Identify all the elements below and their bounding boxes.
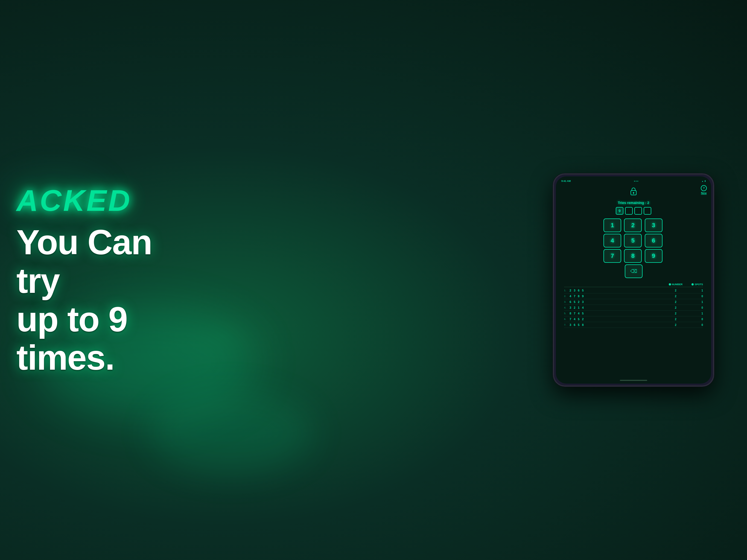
tries-remaining: Tries remaining : 2 [618,201,649,205]
number-col-label: NUMBER [672,283,683,286]
tablet-screen: 9:41 AM ▲ ▮ ? New [556,176,711,384]
tablet-wrapper: 9:41 AM ▲ ▮ ? New [553,173,714,387]
code-slot-4 [644,207,651,215]
heading-line2: up to 9 times. [17,300,127,377]
key-7[interactable]: 7 [603,249,621,263]
code-slot-2 [625,207,633,215]
keypad: 1 2 3 4 5 6 7 8 9 [603,219,664,263]
history-section: NUMBER SPOTS 1. 2 3 6 5 2 1 [561,282,706,328]
dot-1 [634,181,635,182]
row-num-5: 5. [564,312,570,315]
key-5[interactable]: 5 [624,234,642,248]
left-content: ACKED You Can try up to 9 times. [17,183,175,377]
dot-3 [637,181,638,182]
code-slots: 9 [616,207,651,215]
status-bar: 9:41 AM ▲ ▮ [556,176,711,184]
status-dots [634,181,638,182]
row-guess-7: 3 6 5 8 [570,323,665,327]
row-spots-1: 1 [687,289,703,292]
row-spots-4: 0 [687,306,703,309]
key-6[interactable]: 6 [645,234,663,248]
row-guess-5: 8 7 4 5 [570,312,665,315]
battery-icon: ▮ [705,180,706,182]
row-spots-3: 1 [687,301,703,304]
key-3[interactable]: 3 [645,219,663,232]
key-4[interactable]: 4 [603,234,621,248]
spots-col-label: SPOTS [695,283,703,286]
hacked-label: ACKED [17,183,175,218]
row-number-3: 2 [665,301,687,304]
row-guess-3: 6 5 2 3 [570,300,665,304]
history-row: 6. 7 4 5 2 2 0 [564,316,703,322]
help-icon[interactable]: ? [701,185,707,191]
th-spots: SPOTS [687,283,703,286]
new-button[interactable]: ? New [701,185,707,195]
row-number-4: 2 [665,306,687,309]
history-row: 4. 3 2 1 4 2 0 [564,305,703,311]
key-1[interactable]: 1 [603,219,621,232]
status-time: 9:41 AM [561,180,571,182]
row-num-1: 1. [564,289,570,292]
row-guess-4: 3 2 1 4 [570,306,665,309]
row-spots-7: 0 [687,324,703,327]
row-num-7: 7. [564,324,570,326]
key-2[interactable]: 2 [624,219,642,232]
key-8[interactable]: 8 [624,249,642,263]
delete-row: ⌫ [625,264,643,278]
history-row: 7. 3 6 5 8 2 0 [564,322,703,328]
code-slot-1: 9 [616,207,623,215]
row-number-5: 2 [665,312,687,315]
row-spots-2: 0 [687,295,703,298]
row-guess-1: 2 3 6 5 [570,289,665,292]
row-number-6: 2 [665,318,687,321]
key-9[interactable]: 9 [645,249,663,263]
heading-line1: You Can try [17,223,152,300]
new-button-label[interactable]: New [701,192,707,195]
svg-point-1 [633,192,634,194]
row-guess-2: 4 7 8 9 [570,295,665,298]
history-row: 1. 2 3 6 5 2 1 [564,288,703,294]
delete-button[interactable]: ⌫ [625,264,643,278]
status-icons: ▲ ▮ [702,180,706,182]
lock-area [630,187,637,199]
number-col-icon [669,283,671,285]
row-num-4: 4. [564,306,570,309]
th-number: NUMBER [665,283,687,286]
lock-icon [630,187,637,198]
main-heading: You Can try up to 9 times. [17,223,175,377]
row-guess-6: 7 4 5 2 [570,317,665,321]
table-header: NUMBER SPOTS [564,282,703,287]
row-num-3: 3. [564,301,570,303]
spots-col-icon [692,283,694,285]
history-row: 2. 4 7 8 9 2 0 [564,294,703,299]
code-slot-3 [634,207,642,215]
history-row: 5. 8 7 4 5 2 1 [564,311,703,316]
wifi-icon: ▲ [702,180,703,182]
row-spots-6: 0 [687,318,703,321]
row-number-7: 2 [665,324,687,327]
row-spots-5: 1 [687,312,703,315]
dot-2 [636,181,637,182]
tablet-home-indicator [620,380,647,381]
row-num-6: 6. [564,318,570,321]
row-number-2: 2 [665,295,687,298]
tablet-frame: 9:41 AM ▲ ▮ ? New [553,173,714,387]
bg-glow-2 [149,392,313,474]
history-row: 3. 6 5 2 3 2 1 [564,299,703,305]
row-number-1: 2 [665,289,687,292]
app-content: Tries remaining : 2 9 1 2 3 4 5 6 7 [556,184,711,331]
row-num-2: 2. [564,295,570,298]
